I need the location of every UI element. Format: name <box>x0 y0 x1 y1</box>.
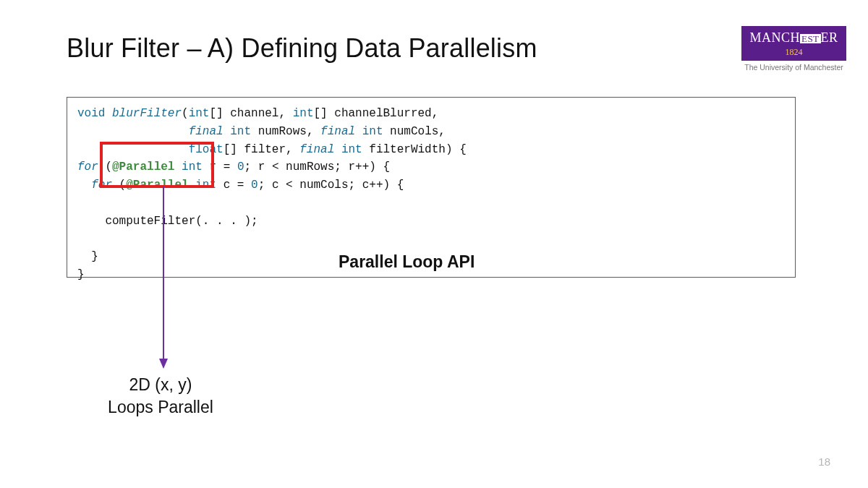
kw-final: final <box>320 125 355 138</box>
code-text <box>334 143 341 156</box>
code-text: c = <box>216 179 251 192</box>
code-text: ( <box>182 107 189 120</box>
code-text: [] channel, <box>209 107 292 120</box>
arrow-icon <box>158 187 172 369</box>
logo-subtitle: The University of Manchester <box>741 63 846 72</box>
logo-badge: MANCHESTER 1824 <box>741 26 846 61</box>
logo-year: 1824 <box>744 47 843 58</box>
code-text: [] filter, <box>224 143 300 156</box>
code-text: [] channelBlurred, <box>313 107 438 120</box>
code-text: filterWidth) { <box>362 143 467 156</box>
kw-int: int <box>362 125 383 138</box>
annotation-label: 2D (x, y) Loops Parallel <box>81 374 240 419</box>
function-name: blurFilter <box>112 107 182 120</box>
annotation-line1: 2D (x, y) <box>81 374 240 396</box>
code-line: } <box>77 268 85 281</box>
slide-title: Blur Filter – A) Defining Data Paralleli… <box>67 33 537 64</box>
kw-int: int <box>293 107 314 120</box>
code-pad <box>77 125 189 138</box>
kw-final: final <box>189 125 224 138</box>
code-text: numRows, <box>251 125 320 138</box>
code-line: } <box>77 250 98 263</box>
highlight-box <box>100 142 214 188</box>
kw-int: int <box>341 143 362 156</box>
logo-wordmark: MANCHESTER <box>744 30 843 46</box>
logo-text-right: ER <box>821 30 838 45</box>
code-text: ; c < numCols; c++) { <box>258 179 404 192</box>
kw-int: int <box>189 107 210 120</box>
code-text: ; r < numRows; r++) { <box>244 160 390 174</box>
code-text <box>224 125 231 138</box>
page-number: 18 <box>818 455 830 468</box>
kw-for: for <box>77 160 98 174</box>
code-text <box>355 125 362 138</box>
kw-void: void <box>77 107 105 120</box>
logo-text-est: EST <box>800 34 821 43</box>
annotation-line2: Loops Parallel <box>81 396 240 419</box>
kw-int: int <box>230 125 251 138</box>
api-label: Parallel Loop API <box>339 252 475 272</box>
svg-marker-1 <box>159 359 168 369</box>
code-text: numCols, <box>383 125 446 138</box>
num-zero: 0 <box>251 179 258 192</box>
slide: Blur Filter – A) Defining Data Paralleli… <box>0 0 868 488</box>
logo-text-left: MANCH <box>749 30 800 45</box>
code-pad <box>77 179 91 192</box>
university-logo: MANCHESTER 1824 The University of Manche… <box>741 26 846 72</box>
kw-final: final <box>299 143 334 156</box>
